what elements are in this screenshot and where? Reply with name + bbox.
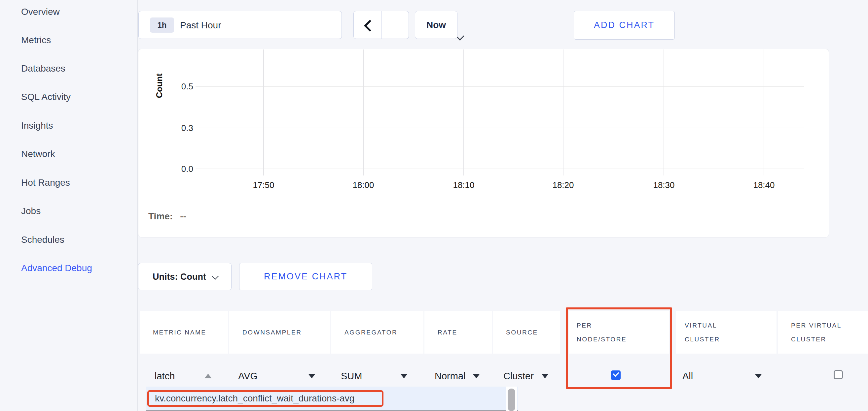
prev-time-button[interactable]: [354, 11, 381, 39]
y-tick-label: 0.0: [167, 164, 193, 174]
chart-hover-time-value: --: [180, 211, 186, 221]
chevron-down-icon: [212, 273, 219, 280]
downsampler-select[interactable]: AVG: [238, 370, 258, 383]
sidebar-item-network[interactable]: Network: [21, 146, 55, 162]
advanced-debug-custom-chart-page: Overview Metrics Databases SQL Activity …: [0, 0, 868, 411]
x-tick-label: 18:10: [444, 179, 484, 191]
column-header-label: SOURCE: [506, 326, 538, 339]
sidebar: Overview Metrics Databases SQL Activity …: [0, 0, 138, 411]
column-header-metric-name: METRIC NAME: [140, 311, 228, 353]
sidebar-item-advanced-debug[interactable]: Advanced Debug: [21, 260, 92, 276]
gridline-v: [663, 49, 664, 175]
source-select[interactable]: Cluster: [503, 370, 534, 383]
x-tick-label: 18:30: [644, 179, 684, 191]
column-header-per-node-store: PER NODE/STORE: [569, 311, 669, 353]
units-select[interactable]: Units: Count: [138, 263, 231, 290]
time-window-select[interactable]: 1h Past Hour: [138, 11, 342, 39]
x-tick-label: 18:20: [543, 179, 583, 191]
x-tick-label: 18:00: [343, 179, 383, 191]
sidebar-item-overview[interactable]: Overview: [21, 4, 60, 20]
column-header-source: SOURCE: [493, 311, 560, 353]
sidebar-item-schedules[interactable]: Schedules: [21, 232, 64, 248]
gridline-v: [363, 49, 364, 175]
gridline-h: [195, 169, 804, 169]
column-header-rate: RATE: [425, 311, 492, 353]
next-time-button[interactable]: [381, 11, 409, 39]
column-header-aggregator: AGGREGATOR: [331, 311, 424, 353]
per-node-store-checkbox[interactable]: [611, 370, 621, 380]
caret-down-icon: [755, 374, 762, 378]
column-header-per-virtual-cluster: PER VIRTUAL CLUSTER: [778, 311, 868, 353]
now-button[interactable]: Now: [415, 11, 458, 39]
column-header-virtual-cluster: VIRTUAL CLUSTER: [676, 311, 776, 353]
time-window-badge: 1h: [150, 18, 174, 33]
caret-down-icon: [473, 374, 480, 378]
aggregator-select[interactable]: SUM: [341, 370, 362, 383]
y-tick-label: 0.3: [167, 123, 193, 133]
sidebar-item-jobs[interactable]: Jobs: [21, 203, 41, 219]
time-window-label: Past Hour: [180, 11, 221, 39]
sidebar-item-insights[interactable]: Insights: [21, 118, 53, 134]
y-tick-label: 0.5: [167, 81, 193, 92]
gridline-v: [563, 49, 563, 175]
column-header-label: PER NODE/STORE: [577, 319, 644, 346]
chevron-left-icon: [364, 20, 376, 32]
sidebar-item-hot-ranges[interactable]: Hot Ranges: [21, 175, 70, 191]
chart-panel: [138, 49, 829, 238]
virtual-cluster-select[interactable]: All: [682, 370, 693, 383]
column-header-label: PER VIRTUAL CLUSTER: [791, 319, 859, 346]
y-axis-label: Count: [154, 73, 164, 98]
sidebar-item-databases[interactable]: Databases: [21, 61, 65, 76]
column-header-label: METRIC NAME: [153, 326, 207, 339]
column-header-label: DOWNSAMPLER: [242, 326, 302, 339]
metric-name-input[interactable]: latch: [155, 370, 175, 383]
column-header-downsampler: DOWNSAMPLER: [229, 311, 330, 353]
gridline-h: [195, 86, 804, 87]
metric-suggestion-item[interactable]: kv.concurrency.latch_conflict_wait_durat…: [155, 393, 354, 404]
add-chart-button[interactable]: ADD CHART: [574, 11, 675, 40]
caret-up-icon: [205, 374, 212, 378]
scrollbar-thumb[interactable]: [508, 388, 515, 411]
chart-hover-time-label: Time:: [148, 211, 173, 221]
caret-down-icon: [308, 374, 315, 378]
remove-chart-button[interactable]: REMOVE CHART: [239, 263, 372, 290]
gridline-v: [764, 49, 764, 175]
units-select-label: Units: Count: [153, 263, 206, 290]
column-header-label: VIRTUAL CLUSTER: [685, 319, 752, 346]
x-tick-label: 18:40: [744, 179, 784, 191]
column-header-label: AGGREGATOR: [344, 326, 397, 339]
chart-hover-time: Time:--: [148, 211, 186, 222]
time-step-buttons: [353, 11, 409, 39]
sidebar-item-sql-activity[interactable]: SQL Activity: [21, 89, 71, 105]
gridline-v: [263, 49, 264, 175]
caret-down-icon: [400, 374, 408, 378]
check-icon: [613, 370, 619, 377]
x-tick-label: 17:50: [244, 179, 283, 191]
sidebar-item-metrics[interactable]: Metrics: [21, 32, 51, 48]
caret-down-icon: [541, 374, 549, 378]
per-virtual-cluster-checkbox[interactable]: [834, 370, 843, 379]
gridline-h: [195, 128, 804, 128]
gridline-v: [463, 49, 464, 175]
column-header-label: RATE: [438, 326, 458, 339]
rate-select[interactable]: Normal: [435, 370, 465, 383]
